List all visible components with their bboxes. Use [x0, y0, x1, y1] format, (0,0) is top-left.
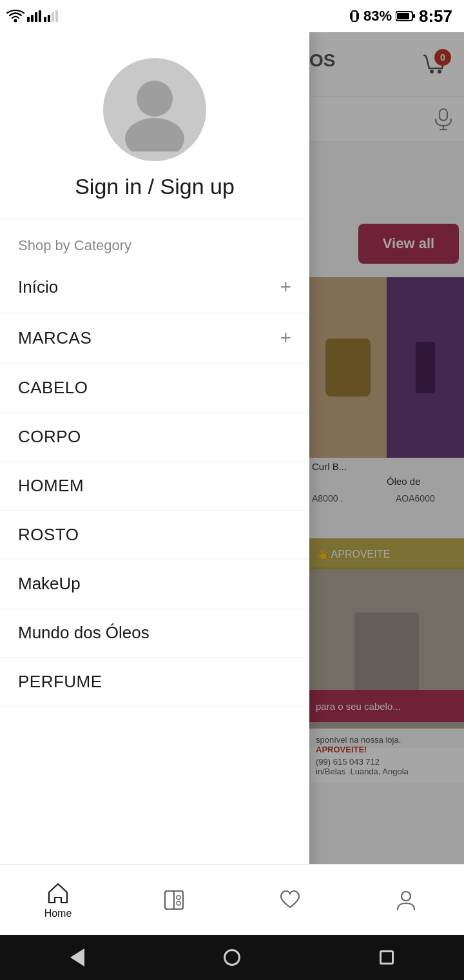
heart-nav-icon — [278, 888, 302, 912]
svg-rect-8 — [55, 10, 58, 22]
status-bar: 83% 8:57 — [0, 0, 464, 32]
svg-rect-2 — [31, 15, 34, 22]
nav-home[interactable]: Home — [0, 865, 116, 935]
svg-point-0 — [14, 19, 17, 23]
svg-rect-11 — [358, 13, 359, 19]
menu-item-mundo-oleos[interactable]: Mundo dos Óleos — [0, 609, 309, 658]
status-icons-left — [6, 10, 58, 23]
svg-point-25 — [177, 901, 180, 905]
svg-rect-10 — [350, 13, 351, 19]
category-header-label: Shop by Category — [0, 219, 309, 262]
app-container: OS 0 View all C — [0, 32, 464, 980]
android-recent-button[interactable] — [371, 941, 403, 974]
menu-item-inicio-label: Início — [18, 277, 58, 297]
recent-icon — [380, 950, 394, 965]
avatar[interactable] — [103, 58, 206, 161]
menu-item-inicio[interactable]: Início + — [0, 262, 309, 313]
time: 8:57 — [419, 6, 452, 26]
menu-item-rosto[interactable]: ROSTO — [0, 511, 309, 560]
nav-palette[interactable] — [116, 865, 232, 935]
signal-icon — [27, 10, 41, 22]
battery-percentage: 83% — [363, 8, 392, 24]
svg-point-24 — [177, 896, 180, 899]
status-right: 83% 8:57 — [349, 6, 452, 26]
vibrate-icon — [349, 10, 360, 23]
svg-rect-7 — [52, 12, 54, 22]
plus-icon-inicio: + — [280, 276, 291, 298]
nav-wishlist[interactable] — [232, 865, 348, 935]
nav-home-label: Home — [44, 908, 72, 919]
svg-point-21 — [125, 118, 184, 152]
signal-icon-2 — [44, 10, 58, 22]
svg-rect-5 — [44, 17, 46, 22]
avatar-icon — [113, 68, 197, 152]
svg-rect-1 — [27, 17, 30, 22]
svg-rect-4 — [39, 10, 41, 22]
svg-point-20 — [137, 81, 173, 117]
svg-rect-23 — [165, 891, 174, 909]
wifi-icon — [6, 10, 24, 23]
navigation-drawer: Sign in / Sign up Shop by Category Iníci… — [0, 32, 309, 980]
menu-item-makeup-label: MakeUp — [18, 574, 81, 594]
bottom-navigation: Home — [0, 864, 464, 935]
menu-item-homem-label: HOMEM — [18, 476, 84, 496]
plus-icon-marcas: + — [280, 327, 291, 349]
svg-rect-9 — [352, 11, 357, 21]
android-back-button[interactable] — [61, 941, 93, 974]
palette-nav-icon — [162, 888, 186, 912]
menu-item-mundo-oleos-label: Mundo dos Óleos — [18, 623, 150, 643]
menu-item-perfume[interactable]: PERFUME — [0, 658, 309, 707]
menu-item-rosto-label: ROSTO — [18, 525, 79, 545]
android-home-button[interactable] — [216, 941, 248, 974]
profile-section: Sign in / Sign up — [0, 32, 309, 219]
svg-rect-6 — [48, 15, 50, 22]
svg-point-26 — [401, 892, 411, 901]
menu-item-makeup[interactable]: MakeUp — [0, 560, 309, 609]
svg-rect-14 — [413, 14, 415, 18]
menu-item-homem[interactable]: HOMEM — [0, 462, 309, 511]
menu-item-marcas[interactable]: MARCAS + — [0, 313, 309, 364]
nav-account[interactable] — [348, 865, 464, 935]
back-icon — [70, 948, 84, 966]
home-icon — [224, 949, 240, 966]
menu-item-marcas-label: MARCAS — [18, 328, 92, 348]
sign-in-label[interactable]: Sign in / Sign up — [75, 174, 235, 199]
android-nav-bar — [0, 935, 464, 980]
menu-item-cabelo[interactable]: CABELO — [0, 364, 309, 413]
home-nav-icon — [46, 881, 70, 905]
battery-icon — [396, 10, 415, 22]
svg-rect-13 — [397, 13, 409, 19]
menu-item-perfume-label: PERFUME — [18, 672, 102, 692]
dim-overlay — [309, 32, 464, 980]
menu-item-corpo-label: CORPO — [18, 427, 81, 447]
svg-rect-3 — [35, 12, 37, 22]
menu-item-cabelo-label: CABELO — [18, 378, 88, 398]
menu-item-corpo[interactable]: CORPO — [0, 413, 309, 462]
account-nav-icon — [394, 888, 418, 912]
